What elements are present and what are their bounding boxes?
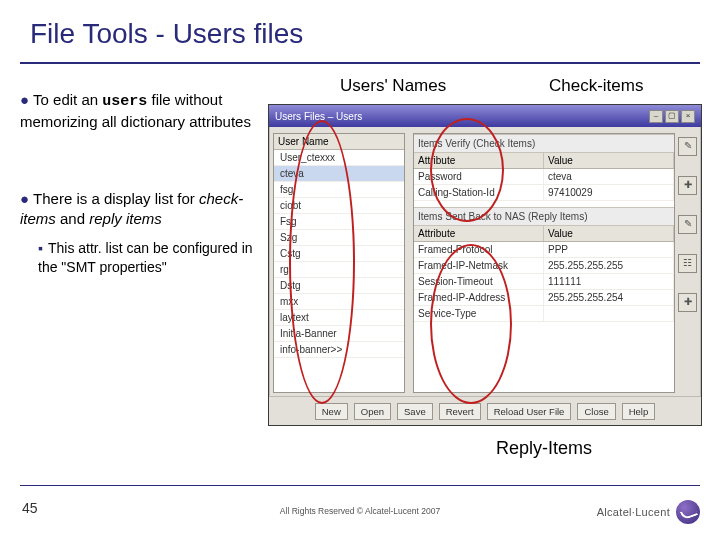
user-list-item[interactable]: Dstg <box>274 278 404 294</box>
help-button[interactable]: Help <box>622 403 656 420</box>
table-row[interactable]: Framed-ProtocolPPP <box>414 242 674 258</box>
user-list-item[interactable]: User_ctexxx <box>274 150 404 166</box>
user-list-item[interactable]: fsg <box>274 182 404 198</box>
table-row[interactable]: Framed-IP-Address255.255.255.254 <box>414 290 674 306</box>
window-buttons: –▢× <box>647 109 695 123</box>
window-title: Users Files – Users <box>275 111 362 122</box>
square-bullet-icon: ▪ <box>38 240 43 256</box>
revert-button[interactable]: Revert <box>439 403 481 420</box>
user-list-item[interactable]: Initia-Banner <box>274 326 404 342</box>
user-list-item[interactable]: mxx <box>274 294 404 310</box>
table-row[interactable]: Calling-Station-Id97410029 <box>414 185 674 201</box>
tool-icon[interactable]: ✚ <box>678 293 697 312</box>
close-icon[interactable]: × <box>681 110 695 123</box>
user-list-item[interactable]: laytext <box>274 310 404 326</box>
callout-reply: Reply-Items <box>496 438 592 459</box>
check-section-label: Items Verify (Check Items) <box>414 134 674 153</box>
new-button[interactable]: New <box>315 403 348 420</box>
tool-icon[interactable]: ✎ <box>678 215 697 234</box>
bullet-list: ●To edit an users file without memorizin… <box>20 90 265 277</box>
sub-bullet: ▪This attr. list can be configured in th… <box>38 239 265 277</box>
side-tool-buttons: ✎ ✚ ✎ ☷ ✚ <box>678 137 697 312</box>
tool-icon[interactable]: ✎ <box>678 137 697 156</box>
table-row[interactable]: Session-Timeout111111 <box>414 274 674 290</box>
save-button[interactable]: Save <box>397 403 433 420</box>
callout-users: Users' Names <box>340 76 446 96</box>
reply-grid-header: Attribute Value <box>414 226 674 242</box>
table-row[interactable]: Service-Type <box>414 306 674 322</box>
check-grid-header: Attribute Value <box>414 153 674 169</box>
table-row[interactable]: Framed-IP-Netmask255.255.255.255 <box>414 258 674 274</box>
title-rule <box>20 62 700 64</box>
brand-mark-icon <box>676 500 700 524</box>
close-button[interactable]: Close <box>577 403 615 420</box>
user-list-item[interactable]: Cstg <box>274 246 404 262</box>
user-list-item[interactable]: Szg <box>274 230 404 246</box>
footer-rule <box>20 485 700 486</box>
user-list-item[interactable]: ciobt <box>274 198 404 214</box>
items-pane: Items Verify (Check Items) Attribute Val… <box>413 133 675 393</box>
bullet-dot-icon: ● <box>20 190 29 207</box>
reload-user-file-button[interactable]: Reload User File <box>487 403 572 420</box>
maximize-icon[interactable]: ▢ <box>665 110 679 123</box>
user-list-item[interactable]: info-banner>> <box>274 342 404 358</box>
bullet-1: ●To edit an users file without memorizin… <box>20 90 265 133</box>
brand-text: Alcatel·Lucent <box>597 506 670 518</box>
user-list-item[interactable]: cteva <box>274 166 404 182</box>
table-row[interactable]: Passwordcteva <box>414 169 674 185</box>
reply-section-label: Items Sent Back to NAS (Reply Items) <box>414 207 674 226</box>
brand-logo: Alcatel·Lucent <box>597 500 700 524</box>
screenshot-window: Users Files – Users –▢× User Name User_c… <box>268 104 702 426</box>
user-list-item[interactable]: rg <box>274 262 404 278</box>
user-list-item[interactable]: Fsg <box>274 214 404 230</box>
minimize-icon[interactable]: – <box>649 110 663 123</box>
tool-icon[interactable]: ☷ <box>678 254 697 273</box>
tool-icon[interactable]: ✚ <box>678 176 697 195</box>
bullet-2: ●There is a display list for check-items… <box>20 189 265 277</box>
bullet-dot-icon: ● <box>20 91 29 108</box>
users-header: User Name <box>274 134 404 150</box>
callout-check: Check-items <box>549 76 643 96</box>
window-titlebar: Users Files – Users –▢× <box>269 105 701 127</box>
users-pane: User Name User_ctexxxctevafsgciobtFsgSzg… <box>273 133 405 393</box>
slide-title: File Tools - Users files <box>30 18 303 50</box>
button-bar: NewOpenSaveRevertReload User FileCloseHe… <box>269 396 701 425</box>
open-button[interactable]: Open <box>354 403 391 420</box>
